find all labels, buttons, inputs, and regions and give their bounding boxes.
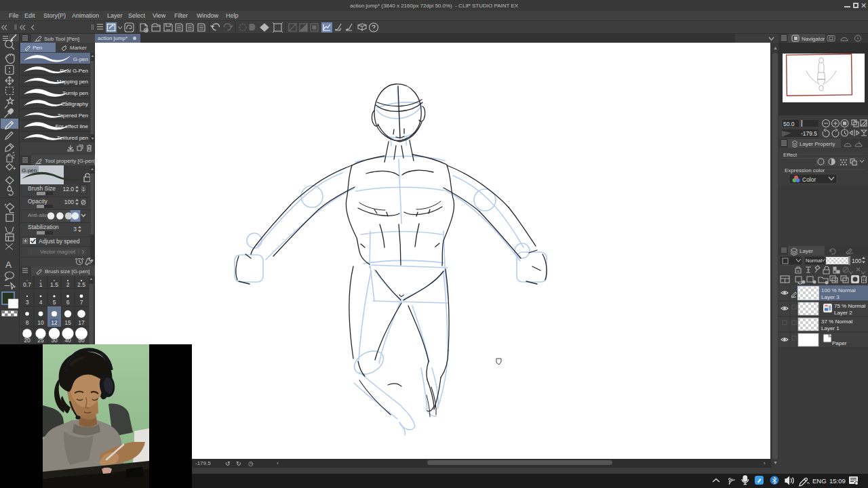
svg-text:Expression color: Expression color <box>785 167 825 174</box>
svg-text:50: 50 <box>78 337 85 344</box>
svg-text:12.0: 12.0 <box>62 186 74 192</box>
svg-text:Layer 3: Layer 3 <box>821 294 840 300</box>
svg-text:Opacity: Opacity <box>28 198 48 205</box>
svg-text:12: 12 <box>51 319 58 326</box>
svg-text:100: 100 <box>64 199 74 205</box>
svg-text:Layer Property: Layer Property <box>800 141 835 147</box>
svg-text:-179.5: -179.5 <box>801 130 817 137</box>
svg-text:Vector magnet: Vector magnet <box>40 249 75 255</box>
svg-text:4: 4 <box>39 299 43 306</box>
svg-text:↺: ↺ <box>225 460 231 467</box>
svg-text:Layer 1: Layer 1 <box>821 325 840 331</box>
svg-text:5: 5 <box>53 299 56 306</box>
svg-text:ENG: ENG <box>812 477 827 485</box>
svg-text:25: 25 <box>37 337 44 344</box>
svg-text:17: 17 <box>78 319 85 326</box>
svg-text:G-pen: G-pen <box>22 167 37 174</box>
svg-text:Mapping pen: Mapping pen <box>57 79 88 85</box>
svg-text:Calligraphy: Calligraphy <box>61 101 88 107</box>
svg-text:A: A <box>5 260 12 270</box>
svg-text:75 % Normal: 75 % Normal <box>834 303 865 309</box>
svg-text:Effect: Effect <box>783 152 797 158</box>
svg-text:Normal: Normal <box>806 258 823 264</box>
svg-text:Brush Size: Brush Size <box>28 185 56 192</box>
svg-text:Paper: Paper <box>832 340 847 346</box>
svg-text:100: 100 <box>852 258 861 264</box>
svg-text:G-pen: G-pen <box>73 56 88 62</box>
svg-text:20: 20 <box>24 337 31 344</box>
svg-text:Navigator: Navigator <box>802 36 825 42</box>
svg-text:15:09: 15:09 <box>829 477 846 485</box>
svg-text:0.7: 0.7 <box>23 281 31 288</box>
svg-text:›: › <box>764 460 766 466</box>
svg-text:Pen: Pen <box>33 45 42 51</box>
svg-text:3: 3 <box>73 226 77 232</box>
svg-text:Layer 2: Layer 2 <box>834 310 852 316</box>
svg-text:Sub Tool [Pen]: Sub Tool [Pen] <box>44 36 79 42</box>
svg-text:1.5: 1.5 <box>50 281 58 288</box>
svg-text:Color: Color <box>802 176 816 183</box>
svg-text:30: 30 <box>51 337 58 344</box>
svg-text:Tool property [G-pen]: Tool property [G-pen] <box>45 158 95 164</box>
svg-text:↻: ↻ <box>236 460 241 467</box>
svg-text:6: 6 <box>66 299 70 306</box>
svg-text:Brush size [G-pen]: Brush size [G-pen] <box>45 268 90 274</box>
svg-text:Marker: Marker <box>70 45 87 51</box>
svg-text:-179.5: -179.5 <box>195 460 211 466</box>
svg-text:2.5: 2.5 <box>77 281 85 288</box>
svg-text:15: 15 <box>64 319 71 326</box>
svg-text:2: 2 <box>66 281 70 288</box>
svg-text:Adjust by speed: Adjust by speed <box>39 238 80 245</box>
svg-text:7: 7 <box>80 299 83 306</box>
svg-text:◷: ◷ <box>248 460 254 467</box>
svg-text:10: 10 <box>37 319 44 326</box>
svg-text:40: 40 <box>64 337 71 344</box>
svg-text:8: 8 <box>26 319 29 326</box>
svg-text:Stabilization: Stabilization <box>28 224 59 230</box>
svg-text:1: 1 <box>39 281 43 288</box>
svg-text:3: 3 <box>26 299 29 306</box>
svg-text:Layer: Layer <box>800 248 813 254</box>
svg-text:100 % Normal: 100 % Normal <box>821 287 856 293</box>
svg-text:50.0: 50.0 <box>783 121 795 127</box>
svg-text:37 % Normal: 37 % Normal <box>821 319 852 325</box>
svg-text:‹: ‹ <box>277 460 279 466</box>
